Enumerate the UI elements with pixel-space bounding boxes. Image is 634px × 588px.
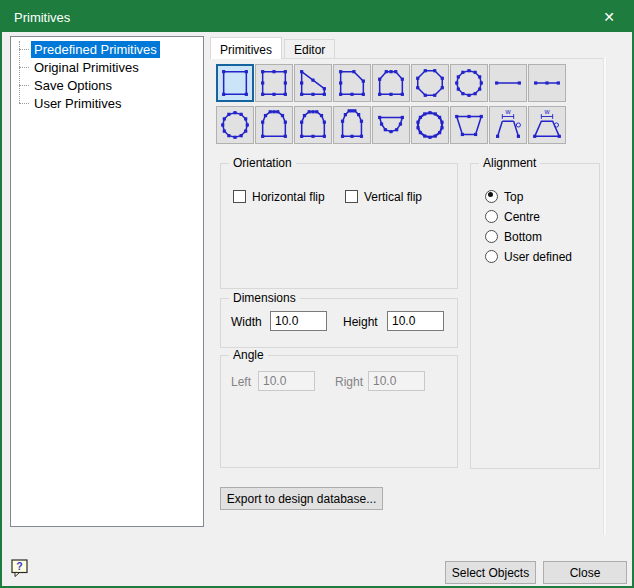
palette-shape-trapezoid[interactable] [450, 106, 488, 144]
svg-text:w: w [544, 108, 551, 116]
primitives-dialog: Primitives ✕ Predefined Primitives Origi… [0, 0, 634, 588]
tree-item-label: Predefined Primitives [31, 41, 160, 58]
palette-shape-line-mid[interactable] [528, 64, 566, 102]
svg-text:?: ? [16, 560, 22, 572]
checkbox-box-icon [345, 190, 358, 203]
orientation-group-title: Orientation [229, 156, 296, 170]
tree-stub [19, 85, 29, 86]
radio-icon [485, 210, 498, 223]
alignment-radio-user-defined[interactable]: User defined [485, 249, 572, 264]
alignment-radio-bottom[interactable]: Bottom [485, 229, 542, 244]
radio-icon [485, 250, 498, 263]
height-input[interactable] [387, 311, 444, 331]
tree-item-user-primitives[interactable]: User Primitives [11, 94, 203, 112]
title-bar: Primitives ✕ [2, 2, 632, 32]
width-input[interactable] [270, 311, 327, 331]
alignment-radio-top[interactable]: Top [485, 189, 523, 204]
alignment-group: Alignment Top Centre Bottom User defined [470, 163, 600, 469]
tree-stub [19, 49, 29, 50]
select-objects-button[interactable]: Select Objects [445, 561, 536, 584]
palette-shape-arch-3[interactable] [333, 106, 371, 144]
close-window-button[interactable]: ✕ [586, 2, 632, 32]
palette-shape-circle-bold[interactable] [411, 106, 449, 144]
palette-shape-sloped-quad[interactable] [294, 64, 332, 102]
tab-bar: Primitives Editor [210, 36, 337, 58]
radio-label: User defined [504, 250, 572, 264]
settings-tree: Predefined Primitives Original Primitive… [10, 36, 204, 527]
palette-shape-arch-2[interactable] [294, 106, 332, 144]
angle-left-label: Left [231, 375, 251, 389]
close-icon: ✕ [603, 9, 615, 25]
height-label: Height [343, 315, 378, 329]
palette-shape-bowl[interactable] [372, 106, 410, 144]
palette-shape-arch[interactable] [255, 106, 293, 144]
tree-item-predefined-primitives[interactable]: Predefined Primitives [11, 40, 203, 58]
alignment-group-title: Alignment [479, 156, 540, 170]
horizontal-flip-checkbox[interactable]: Horizontal flip [233, 189, 325, 204]
tab-primitives[interactable]: Primitives [210, 37, 282, 59]
radio-icon [485, 190, 498, 203]
tab-page-right-edge [603, 58, 607, 535]
palette-shape-square[interactable] [216, 64, 254, 102]
palette-shape-chamfer-corner[interactable] [333, 64, 371, 102]
width-label: Width [231, 315, 262, 329]
close-button[interactable]: Close [543, 561, 627, 584]
tree-item-save-options[interactable]: Save Options [11, 76, 203, 94]
angle-right-input [368, 371, 425, 391]
palette-shape-open-trapezoid-w[interactable]: w [489, 106, 527, 144]
radio-label: Bottom [504, 230, 542, 244]
tree-item-label: Save Options [31, 77, 115, 94]
tree-stub [19, 103, 29, 104]
radio-label: Top [504, 190, 523, 204]
window-title: Primitives [2, 10, 70, 25]
radio-icon [485, 230, 498, 243]
palette-shape-square-handles[interactable] [255, 64, 293, 102]
tree-item-label: Original Primitives [31, 59, 142, 76]
tree-item-original-primitives[interactable]: Original Primitives [11, 58, 203, 76]
palette-shape-line[interactable] [489, 64, 527, 102]
tab-editor[interactable]: Editor [284, 39, 335, 58]
angle-group-title: Angle [229, 348, 268, 362]
tree-item-label: User Primitives [31, 95, 124, 112]
checkbox-label: Vertical flip [364, 190, 422, 204]
tree-connector-line [19, 41, 20, 103]
tree-stub [19, 67, 29, 68]
palette-shape-circle[interactable] [450, 64, 488, 102]
checkbox-box-icon [233, 190, 246, 203]
orientation-group: Orientation Horizontal flip Vertical fli… [220, 163, 458, 289]
svg-text:w: w [505, 108, 512, 116]
angle-group: Angle Left Right [220, 355, 458, 468]
checkbox-label: Horizontal flip [252, 190, 325, 204]
palette-shape-octagon[interactable] [411, 64, 449, 102]
vertical-flip-checkbox[interactable]: Vertical flip [345, 189, 422, 204]
dimensions-group: Dimensions Width Height [220, 298, 458, 348]
angle-left-input [258, 371, 315, 391]
dimensions-group-title: Dimensions [229, 291, 300, 305]
alignment-radio-centre[interactable]: Centre [485, 209, 540, 224]
help-icon[interactable]: ? [10, 558, 32, 580]
palette-shape-circle-2[interactable] [216, 106, 254, 144]
shape-palette: ww [216, 64, 566, 144]
palette-shape-chamfer-top[interactable] [372, 64, 410, 102]
angle-right-label: Right [335, 375, 363, 389]
palette-shape-trapezoid-w[interactable]: w [528, 106, 566, 144]
export-to-design-database-button[interactable]: Export to design database... [220, 487, 383, 510]
radio-label: Centre [504, 210, 540, 224]
